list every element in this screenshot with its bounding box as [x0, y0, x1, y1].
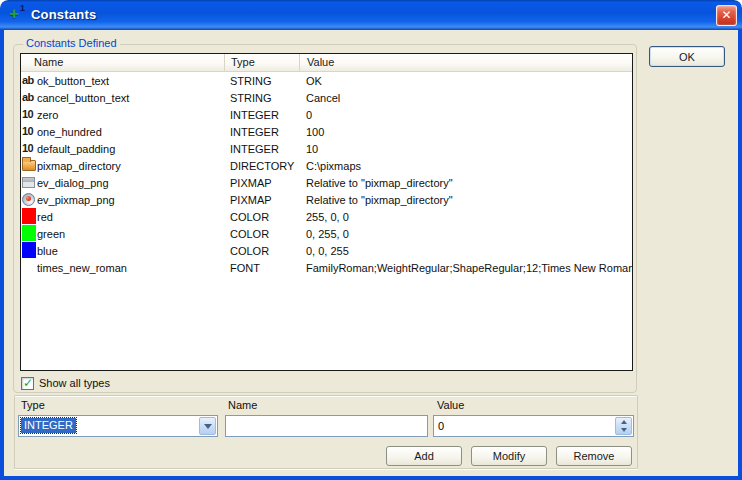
- row-type: DIRECTORY: [224, 160, 299, 172]
- row-type: PIXMAP: [224, 177, 299, 189]
- row-value: 0: [299, 109, 632, 121]
- row-type: COLOR: [224, 228, 299, 240]
- col-header-name[interactable]: Name: [21, 54, 224, 71]
- color-swatch: [22, 208, 36, 224]
- row-value: 10: [299, 143, 632, 155]
- table-row[interactable]: ev_pixmap_png PIXMAP Relative to "pixmap…: [21, 191, 632, 208]
- row-name: blue: [37, 245, 224, 257]
- row-name: times_new_roman: [37, 262, 224, 274]
- row-name: red: [37, 211, 224, 223]
- row-type: FONT: [224, 262, 299, 274]
- table-row[interactable]: ev_dialog_png PIXMAP Relative to "pixmap…: [21, 174, 632, 191]
- row-value: 0, 0, 255: [299, 245, 632, 257]
- row-value: Relative to "pixmap_directory": [299, 177, 632, 189]
- show-all-types-checkbox[interactable]: ✓ Show all types: [21, 376, 110, 390]
- close-button[interactable]: ✕: [716, 5, 737, 26]
- row-value: Cancel: [299, 92, 632, 104]
- row-name: default_padding: [37, 143, 224, 155]
- spinbox-down-button[interactable]: [621, 428, 627, 432]
- dialog-body: OK Constants Defined Name Type Value ok_…: [0, 30, 742, 480]
- form-frame: Type INTEGER Name Value Add Modify Remov…: [14, 395, 638, 469]
- constants-dialog: + 1 Constants ✕ OK Constants Defined Nam…: [0, 0, 742, 480]
- chevron-down-icon: [204, 424, 212, 429]
- sphere-pixmap-icon: [22, 193, 35, 206]
- row-value: C:\pixmaps: [299, 160, 632, 172]
- combobox-arrow-button[interactable]: [199, 417, 216, 435]
- spinbox-buttons: [615, 417, 632, 435]
- window-title: Constants: [31, 7, 96, 22]
- row-name: ok_button_text: [37, 75, 224, 87]
- checkbox-label: Show all types: [39, 377, 110, 389]
- row-value: 100: [299, 126, 632, 138]
- row-value: 255, 0, 0: [299, 211, 632, 223]
- table-row[interactable]: cancel_button_text STRING Cancel: [21, 89, 632, 106]
- integer-icon: [22, 107, 33, 121]
- row-type: INTEGER: [224, 126, 299, 138]
- table-row[interactable]: one_hundred INTEGER 100: [21, 123, 632, 140]
- table-row[interactable]: blue COLOR 0, 0, 255: [21, 242, 632, 259]
- name-label: Name: [228, 399, 257, 411]
- color-swatch: [22, 242, 36, 258]
- add-button[interactable]: Add: [386, 446, 462, 466]
- type-label: Type: [21, 399, 45, 411]
- table-row[interactable]: green COLOR 0, 255, 0: [21, 225, 632, 242]
- row-type: STRING: [224, 92, 299, 104]
- constants-table[interactable]: Name Type Value ok_button_text STRING OK…: [20, 53, 633, 371]
- row-name: green: [37, 228, 224, 240]
- string-icon: [22, 73, 34, 87]
- row-value: Relative to "pixmap_directory": [299, 194, 632, 206]
- row-value: FamilyRoman;WeightRegular;ShapeRegular;1…: [299, 262, 632, 274]
- checkbox-box[interactable]: ✓: [21, 377, 34, 390]
- row-type: COLOR: [224, 211, 299, 223]
- row-name: ev_dialog_png: [37, 177, 224, 189]
- constants-defined-groupbox: Constants Defined Name Type Value ok_but…: [13, 44, 637, 393]
- row-name: zero: [37, 109, 224, 121]
- value-spinbox: [433, 415, 634, 437]
- row-type: INTEGER: [224, 143, 299, 155]
- row-type: COLOR: [224, 245, 299, 257]
- combobox-selected-value: INTEGER: [21, 418, 76, 433]
- col-header-type[interactable]: Type: [224, 54, 299, 71]
- table-row[interactable]: zero INTEGER 0: [21, 106, 632, 123]
- spinbox-up-button[interactable]: [621, 420, 627, 424]
- color-swatch: [22, 225, 36, 241]
- col-header-value[interactable]: Value: [299, 54, 632, 71]
- name-input[interactable]: [225, 415, 428, 437]
- row-value: OK: [299, 75, 632, 87]
- value-label: Value: [437, 399, 464, 411]
- remove-button[interactable]: Remove: [556, 446, 632, 466]
- integer-icon: [22, 141, 33, 155]
- row-value: 0, 255, 0: [299, 228, 632, 240]
- type-combobox[interactable]: INTEGER: [18, 415, 218, 437]
- modify-button[interactable]: Modify: [471, 446, 547, 466]
- groupbox-title: Constants Defined: [23, 37, 120, 50]
- row-name: pixmap_directory: [37, 160, 224, 172]
- table-row[interactable]: times_new_roman FONT FamilyRoman;WeightR…: [21, 259, 632, 276]
- ok-button[interactable]: OK: [649, 46, 725, 67]
- row-type: STRING: [224, 75, 299, 87]
- titlebar[interactable]: + 1 Constants ✕: [0, 0, 742, 30]
- table-row[interactable]: ok_button_text STRING OK: [21, 72, 632, 89]
- dialog-pixmap-icon: [22, 177, 35, 188]
- folder-icon: [22, 160, 36, 171]
- row-type: INTEGER: [224, 109, 299, 121]
- table-header: Name Type Value: [21, 54, 632, 72]
- check-icon: ✓: [23, 376, 33, 390]
- row-type: PIXMAP: [224, 194, 299, 206]
- table-row[interactable]: red COLOR 255, 0, 0: [21, 208, 632, 225]
- table-row[interactable]: default_padding INTEGER 10: [21, 140, 632, 157]
- spinbox-input[interactable]: [434, 416, 614, 436]
- integer-icon: [22, 124, 33, 138]
- constants-plus-icon: + 1: [9, 5, 27, 23]
- row-name: ev_pixmap_png: [37, 194, 224, 206]
- row-name: cancel_button_text: [37, 92, 224, 104]
- table-body: ok_button_text STRING OK cancel_button_t…: [21, 72, 632, 276]
- close-icon: ✕: [721, 8, 731, 22]
- string-icon: [22, 90, 34, 104]
- row-name: one_hundred: [37, 126, 224, 138]
- table-row[interactable]: pixmap_directory DIRECTORY C:\pixmaps: [21, 157, 632, 174]
